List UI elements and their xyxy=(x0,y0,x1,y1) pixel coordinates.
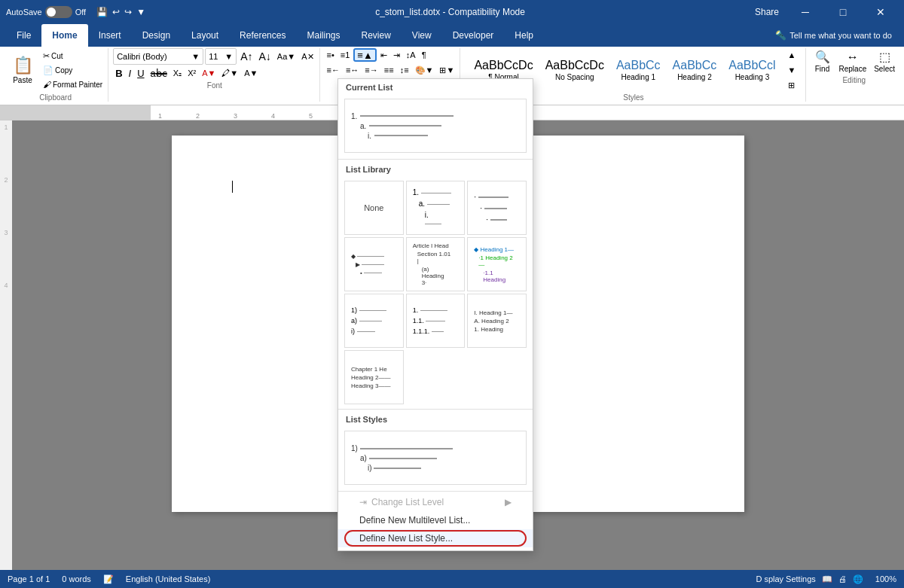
multilevel-list-button[interactable]: ≡▲ xyxy=(353,48,376,62)
redo-icon[interactable]: ↪ xyxy=(124,7,132,17)
current-list-title: Current List xyxy=(338,79,533,96)
minimize-button[interactable]: ─ xyxy=(788,0,823,24)
copy-button[interactable]: 📄 Copy xyxy=(41,63,105,77)
tab-developer[interactable]: Developer xyxy=(442,24,505,47)
paste-button[interactable]: 📋 Paste xyxy=(6,48,39,92)
replace-button[interactable]: ↔ Replace xyxy=(836,48,870,75)
undo-icon[interactable]: ↩ xyxy=(112,7,120,17)
tab-references[interactable]: References xyxy=(229,24,296,47)
define-new-style-item[interactable]: Define New List Style... xyxy=(338,529,533,547)
list-option-roman-heading[interactable]: I. Heading 1— A. Heading 2 1. Heading xyxy=(467,294,527,348)
list-option-article[interactable]: ◆ ▶ • xyxy=(344,237,404,291)
tab-mailings[interactable]: Mailings xyxy=(296,24,350,47)
filename: c_stom_list.dotx xyxy=(375,7,440,17)
customize-icon[interactable]: ▼ xyxy=(136,7,145,17)
numbering-button[interactable]: ≡1 xyxy=(338,48,353,62)
show-formatting-button[interactable]: ¶ xyxy=(420,48,429,62)
save-icon[interactable]: 💾 xyxy=(96,7,108,17)
format-painter-button[interactable]: 🖌 Format Painter xyxy=(41,78,105,91)
align-right-button[interactable]: ≡→ xyxy=(362,63,380,77)
styles-scroll-up[interactable]: ▲ xyxy=(786,48,799,62)
list-option-decimal[interactable]: 1) a) i) xyxy=(344,294,404,348)
tab-view[interactable]: View xyxy=(402,24,442,47)
submenu-arrow: ▶ xyxy=(505,497,512,507)
style-heading3[interactable]: AaBbCcl Heading 3 xyxy=(723,48,780,92)
font-size-value: 11 xyxy=(209,52,218,61)
word-count: 0 words xyxy=(62,574,91,583)
proofing-icon[interactable]: 📝 xyxy=(103,574,114,584)
bold-button[interactable]: B xyxy=(113,66,124,80)
sort-button[interactable]: ↕A xyxy=(404,48,418,62)
align-left-button[interactable]: ≡← xyxy=(325,63,342,77)
list-option-none[interactable]: None xyxy=(344,181,404,235)
maximize-button[interactable]: □ xyxy=(826,0,860,24)
style-heading1[interactable]: AaBbCc Heading 1 xyxy=(611,48,666,92)
strikethrough-button[interactable]: ab̶c̶ xyxy=(148,66,170,80)
tab-help[interactable]: Help xyxy=(504,24,544,47)
superscript-button[interactable]: X² xyxy=(185,66,198,80)
current-list-preview: 1. a. i. xyxy=(344,99,527,153)
decrease-indent-button[interactable]: ⇤ xyxy=(378,48,389,62)
tab-insert[interactable]: Insert xyxy=(88,24,132,47)
language[interactable]: English (United States) xyxy=(126,574,211,583)
clear-format-button[interactable]: A✕ xyxy=(299,50,316,63)
select-button[interactable]: ⬚ Select xyxy=(871,48,898,75)
increase-font-button[interactable]: A↑ xyxy=(238,50,255,63)
compat-mode: Compatibility Mode xyxy=(448,7,525,17)
underline-button[interactable]: U xyxy=(135,66,146,80)
line-spacing-button[interactable]: ↕≡ xyxy=(398,63,411,77)
font-effects-button[interactable]: A▼ xyxy=(242,66,260,80)
define-multilevel-label: Define New Multilevel List... xyxy=(359,515,470,526)
list-option-dots[interactable]: · · · xyxy=(467,181,527,235)
view-read-icon[interactable]: 📖 xyxy=(822,574,832,584)
tab-layout[interactable]: Layout xyxy=(181,24,229,47)
style-heading2[interactable]: AaBbCc Heading 2 xyxy=(667,48,722,92)
view-print-icon[interactable]: 🖨 xyxy=(838,574,847,583)
align-center-button[interactable]: ≡↔ xyxy=(344,63,361,77)
ribbon-tabs: File Home Insert Design Layout Reference… xyxy=(0,24,904,47)
list-option-article-heading[interactable]: Article I Head Section 1.01 | (a) Headin… xyxy=(406,237,466,291)
subscript-button[interactable]: X₂ xyxy=(171,66,184,80)
font-size-selector[interactable]: 11 ▼ xyxy=(205,48,237,65)
tell-me-input[interactable]: Tell me what you want to do xyxy=(789,31,892,40)
view-web-icon[interactable]: 🌐 xyxy=(853,574,863,584)
display-settings[interactable]: D splay Settings xyxy=(756,574,815,583)
cut-button[interactable]: ✂ Cut xyxy=(41,49,105,62)
change-case-button[interactable]: Aa▼ xyxy=(275,50,298,63)
find-button[interactable]: 🔍 Find xyxy=(811,48,835,75)
tab-review[interactable]: Review xyxy=(350,24,401,47)
list-option-colored-heading[interactable]: ◆ Heading 1— ·1 Heading 2— ·1.1 Heading xyxy=(467,237,527,291)
tab-design[interactable]: Design xyxy=(132,24,181,47)
close-button[interactable]: ✕ xyxy=(863,0,898,24)
justify-button[interactable]: ≡≡ xyxy=(382,63,396,77)
change-list-level-item[interactable]: ⇥ Change List Level ▶ xyxy=(338,493,533,511)
tab-home[interactable]: Home xyxy=(41,24,87,47)
list-option-chapter[interactable]: Chapter 1 He Heading 2—— Heading 3—— xyxy=(344,350,404,404)
increase-indent-button[interactable]: ⇥ xyxy=(391,48,402,62)
none-label: None xyxy=(364,203,383,212)
styles-scroll-down[interactable]: ▼ xyxy=(786,63,799,77)
decrease-font-button[interactable]: A↓ xyxy=(256,50,273,63)
italic-button[interactable]: I xyxy=(127,66,134,80)
define-multilevel-item[interactable]: Define New Multilevel List... xyxy=(338,511,533,529)
clipboard-label: Clipboard xyxy=(39,93,72,102)
tab-file[interactable]: File xyxy=(6,24,41,47)
styles-expand[interactable]: ⊞ xyxy=(786,78,799,92)
list-option-numbered[interactable]: 1. a. i. xyxy=(406,181,466,235)
autosave-toggle[interactable] xyxy=(45,6,72,18)
styles-label: Styles xyxy=(623,93,643,102)
status-bar: Page 1 of 1 0 words 📝 English (United St… xyxy=(0,570,904,588)
highlight-button[interactable]: 🖍▼ xyxy=(219,66,240,80)
share-button[interactable]: Share xyxy=(755,7,779,17)
list-dropdown: Current List 1. a. i. List Library None … xyxy=(337,78,533,551)
font-color-button[interactable]: A▼ xyxy=(200,66,218,80)
borders-button[interactable]: ⊞▼ xyxy=(437,63,457,77)
bullets-button[interactable]: ≡• xyxy=(325,48,337,62)
style-no-spacing[interactable]: AaBbCcDc No Spacing xyxy=(540,48,609,92)
shading-button[interactable]: 🎨▼ xyxy=(413,63,436,77)
list-option-outline[interactable]: 1. 1.1. 1.1.1. xyxy=(406,294,466,348)
left-bar: 1 2 3 4 xyxy=(0,120,12,588)
zoom-level: 100% xyxy=(875,574,896,583)
ruler-left-margin xyxy=(0,105,151,120)
font-name-selector[interactable]: Calibri (Body) ▼ xyxy=(113,48,203,65)
